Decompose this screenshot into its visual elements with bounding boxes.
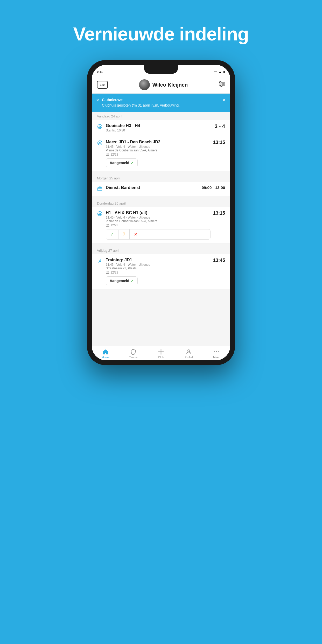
nav-label-club: Club: [158, 356, 164, 359]
header-user: Wilco Kleijnen: [139, 79, 188, 90]
nav-item-club[interactable]: Club: [151, 349, 171, 359]
svg-point-16: [107, 271, 108, 272]
home-icon: [102, 349, 109, 355]
section-header-tomorrow: Morgen 25 april: [92, 174, 230, 182]
item-subtitle: 11:45 - Veld 4 - Water - Uittenue: [106, 216, 211, 219]
nav-item-home[interactable]: Home: [95, 349, 116, 359]
hockey-icon: [97, 124, 103, 130]
phone-frame: 9:41 ▪▪▪ ▲ ▮ 1:0 Wilco Kleijnen: [87, 60, 235, 365]
nav-label-teams: Teams: [129, 356, 137, 359]
item-left: Mees: JD1 - Den Bosch JD2 11:45 - Veld 4…: [97, 140, 211, 167]
phone-screen: 9:41 ▪▪▪ ▲ ▮ 1:0 Wilco Kleijnen: [92, 65, 230, 360]
section-header-today: Vandaag 24 april: [92, 112, 230, 120]
list-item-row: H1 - AH & BC H1 (uit) 11:45 - Veld 4 - W…: [97, 211, 225, 240]
news-close-button[interactable]: ✕: [222, 97, 226, 103]
item-participants: 12/23: [106, 271, 211, 274]
item-title: Training: JD1: [106, 258, 211, 262]
wifi-icon: ▲: [219, 70, 222, 74]
svg-point-9: [108, 153, 109, 155]
news-banner: ✕ Clubnieuws: Clubhuis gesloten t/m 31 a…: [92, 94, 230, 112]
accept-button[interactable]: ✓: [106, 229, 118, 239]
item-participants: 12/23: [106, 223, 211, 227]
item-subtitle: 11:45 - Veld 4 - Water - Uittenue: [106, 145, 211, 149]
item-right: 13:15: [213, 140, 225, 145]
section-header-thursday: Donderdag 26 april: [92, 199, 230, 207]
phone-notch: [144, 65, 178, 74]
filter-icon[interactable]: [219, 81, 225, 88]
action-buttons: ✓ ? ✕: [106, 229, 211, 240]
section-separator: [92, 196, 230, 199]
aangemeld-button[interactable]: Aangemeld ✓: [106, 158, 138, 167]
hockey-icon: [97, 211, 103, 218]
nav-item-teams[interactable]: Teams: [123, 349, 144, 359]
avatar: [139, 79, 150, 90]
svg-point-14: [108, 224, 109, 225]
shield-icon: [130, 349, 136, 355]
list-item-row: Mees: JD1 - Den Bosch JD2 11:45 - Veld 4…: [97, 140, 225, 167]
section-separator: [92, 171, 230, 174]
check-icon: ✓: [131, 161, 134, 165]
app-header: 1:0 Wilco Kleijnen: [92, 76, 230, 94]
section-header-friday: Vrijdag 27 april: [92, 246, 230, 254]
nav-item-meer[interactable]: Meer: [206, 349, 227, 359]
svg-point-21: [214, 351, 215, 352]
bottom-nav: Home Teams Club Profie: [92, 346, 230, 360]
svg-point-6: [98, 124, 102, 129]
item-address: Pierre de Coubertinlaan 55-A, Almere: [106, 219, 211, 223]
signal-icon: ▪▪▪: [214, 70, 217, 74]
item-left: Gooische H3 - H4 Starttijd 10:30: [97, 123, 212, 132]
svg-point-5: [221, 85, 222, 87]
list-item: Gooische H3 - H4 Starttijd 10:30 3 - 4: [92, 120, 230, 136]
news-text: Clubnieuws: Clubhuis gesloten t/m 31 apr…: [102, 97, 180, 108]
item-details: Gooische H3 - H4 Starttijd 10:30: [106, 123, 212, 132]
filter-svg: [219, 81, 225, 87]
item-right: 13:45: [213, 258, 225, 263]
item-time: 13:45: [213, 258, 225, 263]
item-left: H1 - AH & BC H1 (uit) 11:45 - Veld 4 - W…: [97, 211, 211, 240]
svg-point-13: [107, 224, 108, 225]
svg-point-12: [98, 212, 102, 216]
svg-point-22: [216, 351, 217, 352]
maybe-button[interactable]: ?: [118, 230, 129, 239]
list-item: Dienst: Bardienst 09:00 - 13:00: [92, 182, 230, 196]
scroll-content[interactable]: Vandaag 24 april Gooisch: [92, 112, 230, 346]
svg-point-8: [107, 153, 108, 155]
item-time: 13:15: [213, 140, 225, 145]
svg-point-20: [188, 350, 190, 352]
section-separator: [92, 243, 230, 246]
decline-button[interactable]: ✕: [129, 229, 142, 239]
list-item-row: Training: JD1 11:45 - Veld 4 - Water - U…: [97, 258, 225, 285]
news-x-icon[interactable]: ✕: [96, 98, 99, 103]
item-details: Mees: JD1 - Den Bosch JD2 11:45 - Veld 4…: [106, 140, 211, 167]
nav-item-profiel[interactable]: Profiel: [178, 349, 199, 359]
briefcase-icon: [97, 186, 103, 192]
item-participants: 12/23: [106, 153, 211, 156]
news-message: Clubhuis gesloten t/m 31 april i.v.m. ve…: [102, 103, 180, 107]
dots-icon: [213, 349, 220, 355]
news-title: Clubnieuws:: [102, 98, 123, 102]
svg-point-17: [108, 271, 109, 272]
item-address: Straatnaam 23, Plaats: [106, 267, 211, 270]
item-details: Training: JD1 11:45 - Veld 4 - Water - U…: [106, 258, 211, 285]
list-item: Training: JD1 11:45 - Veld 4 - Water - U…: [92, 254, 230, 289]
scoreboard-icon[interactable]: 1:0: [97, 81, 108, 89]
item-time: 3 - 4: [215, 123, 225, 129]
svg-point-15: [100, 259, 101, 260]
status-time: 9:41: [97, 70, 103, 73]
item-title: Gooische H3 - H4: [106, 123, 212, 128]
svg-point-23: [218, 351, 219, 352]
nav-label-home: Home: [102, 356, 109, 359]
page-title: Vernieuwde indeling: [73, 23, 249, 45]
svg-point-7: [98, 141, 102, 145]
aangemeld-button[interactable]: Aangemeld ✓: [106, 276, 138, 285]
list-item-row: Gooische H3 - H4 Starttijd 10:30 3 - 4: [97, 123, 225, 132]
list-item-row: Dienst: Bardienst 09:00 - 13:00: [97, 185, 225, 192]
item-left: Dienst: Bardienst: [97, 185, 199, 192]
item-right: 3 - 4: [215, 123, 225, 129]
item-time: 13:15: [213, 211, 225, 216]
cross-icon: [158, 349, 164, 355]
svg-point-3: [220, 81, 221, 83]
item-right: 09:00 - 13:00: [202, 185, 225, 190]
news-banner-content: ✕ Clubnieuws: Clubhuis gesloten t/m 31 a…: [96, 97, 220, 108]
check-icon: ✓: [131, 279, 134, 283]
